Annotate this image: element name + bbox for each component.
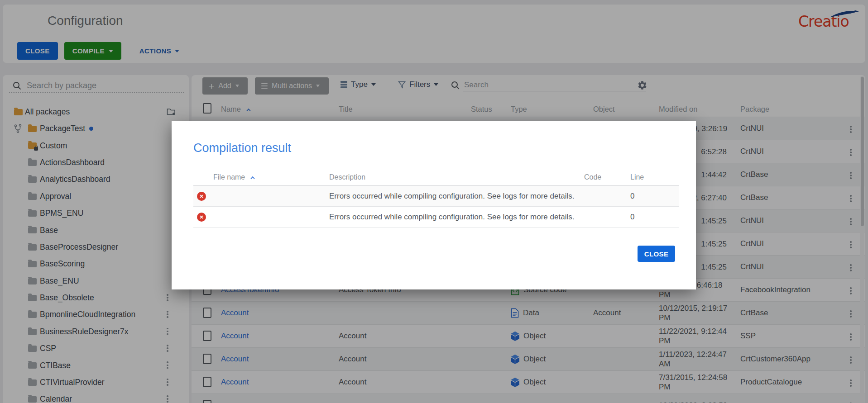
error-icon: ✕	[197, 213, 206, 222]
sort-asc-icon	[250, 176, 255, 180]
error-code	[584, 186, 620, 206]
modal-close-button[interactable]: CLOSE	[638, 246, 675, 262]
modal-table-header: File name Description Code Line	[193, 169, 679, 186]
modal-column-code[interactable]: Code	[584, 173, 601, 181]
error-file-name	[213, 207, 322, 227]
compilation-errors-table: File name Description Code Line ✕ Errors…	[193, 169, 679, 228]
error-line: 0	[630, 207, 667, 227]
error-code	[584, 207, 620, 227]
error-file-name	[213, 186, 322, 206]
error-row: ✕ Errors occurred while compiling config…	[193, 186, 679, 207]
error-row: ✕ Errors occurred while compiling config…	[193, 207, 679, 228]
modal-column-line[interactable]: Line	[630, 173, 644, 181]
error-icon: ✕	[197, 192, 206, 201]
error-description: Errors occurred while compiling configur…	[329, 186, 578, 206]
modal-column-description[interactable]: Description	[329, 173, 365, 181]
modal-column-file-name[interactable]: File name	[213, 173, 255, 181]
error-description: Errors occurred while compiling configur…	[329, 207, 578, 227]
dialog-title: Compilation result	[193, 141, 291, 155]
error-line: 0	[630, 186, 667, 206]
configuration-page: Configuration CLOSE COMPILE ACTIONS Crea…	[0, 0, 868, 403]
compilation-result-dialog: Compilation result File name Description…	[172, 121, 696, 289]
